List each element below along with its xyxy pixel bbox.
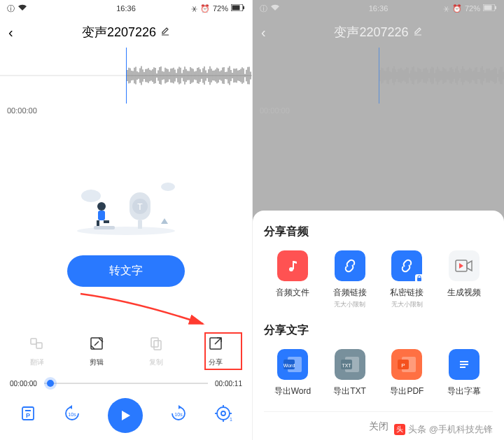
- private-link-icon: [391, 250, 422, 281]
- svg-rect-232: [460, 364, 468, 365]
- title-bar: ‹ 变声2207226: [0, 17, 252, 48]
- waveform[interactable]: [0, 48, 252, 104]
- timestamp: 00:00:00: [0, 104, 252, 118]
- playback-controls: P 10s 10s 1x: [0, 391, 252, 440]
- tool-translate[interactable]: 翻译: [29, 336, 45, 367]
- svg-text:P: P: [402, 362, 405, 369]
- svg-rect-107: [36, 343, 42, 348]
- wifi-icon: [18, 4, 27, 13]
- pdf-icon: P: [391, 349, 422, 380]
- svg-rect-109: [151, 338, 158, 347]
- page-title: 变声2207226: [334, 24, 422, 41]
- phone-screen-left: ⓘ 16:36 ⚹ ⏰ 72% ‹ 变声2207226: [0, 0, 252, 440]
- svg-point-94: [77, 227, 175, 235]
- svg-rect-1: [243, 6, 244, 9]
- svg-text:10s: 10s: [68, 412, 76, 417]
- edit-icon[interactable]: [413, 27, 423, 38]
- sim-icon: ⓘ: [7, 3, 15, 14]
- alarm-icon: ⏰: [200, 4, 210, 13]
- svg-rect-113: [25, 410, 31, 411]
- battery-icon: [483, 4, 497, 13]
- page-title: 变声2207226: [82, 24, 170, 41]
- svg-rect-2: [232, 6, 240, 10]
- svg-rect-125: [495, 6, 496, 9]
- export-word[interactable]: Word 导出Word: [266, 349, 319, 397]
- svg-rect-98: [138, 220, 142, 229]
- clock: 16:36: [116, 4, 136, 13]
- svg-point-117: [217, 407, 230, 420]
- time-total: 00:00:11: [215, 380, 242, 388]
- status-bar: ⓘ 16:36 ⚹ ⏰ 72%: [0, 0, 252, 17]
- play-button[interactable]: [108, 398, 143, 433]
- settings-button[interactable]: 1x: [214, 404, 232, 427]
- bluetooth-icon: ⚹: [443, 4, 449, 13]
- music-file-icon: [277, 250, 308, 281]
- marker-button[interactable]: P: [20, 405, 36, 426]
- phone-screen-right: ⓘ 16:36 ⚹ ⏰ 72% ‹ 变声2207226: [252, 0, 504, 440]
- svg-rect-104: [104, 220, 109, 223]
- subtitle-icon: [449, 349, 479, 380]
- svg-text:TXT: TXT: [342, 363, 351, 368]
- export-subtitle[interactable]: 导出字幕: [438, 349, 491, 397]
- watermark: 头 头条 @手机科技先锋: [394, 423, 493, 436]
- share-text-title: 分享文字: [264, 323, 493, 338]
- sim-icon: ⓘ: [260, 3, 267, 14]
- tool-trim[interactable]: 剪辑: [89, 336, 104, 367]
- title-bar: ‹ 变声2207226: [253, 17, 504, 48]
- tool-copy[interactable]: 复制: [148, 336, 164, 367]
- transcribe-button[interactable]: 转文字: [67, 255, 185, 287]
- battery-text: 72%: [465, 4, 480, 13]
- progress-bar[interactable]: [44, 383, 208, 384]
- share-audio-link[interactable]: 音频链接 无大小限制: [323, 250, 377, 309]
- svg-rect-102: [98, 211, 105, 220]
- forward-10s-button[interactable]: 10s: [168, 405, 189, 426]
- rewind-10s-button[interactable]: 10s: [62, 405, 83, 426]
- svg-rect-217: [293, 261, 294, 269]
- share-audio-file[interactable]: 音频文件: [266, 250, 319, 309]
- toolbar: 翻译 剪辑 复制 分享: [0, 327, 252, 376]
- empty-state: T 转文字: [0, 118, 252, 327]
- txt-icon: TXT: [335, 349, 365, 380]
- svg-point-95: [81, 190, 101, 202]
- share-sheet: 分享音频 音频文件 音频链接 无大小限制: [253, 211, 504, 440]
- bluetooth-icon: ⚹: [191, 4, 197, 13]
- svg-text:T: T: [137, 202, 143, 212]
- export-pdf[interactable]: P 导出PDF: [380, 349, 433, 397]
- svg-rect-219: [417, 278, 421, 281]
- edit-icon[interactable]: [160, 27, 170, 38]
- progress-row: 00:00:00 00:00:11: [0, 376, 252, 391]
- svg-rect-110: [154, 341, 161, 350]
- waveform: [253, 48, 504, 104]
- clock: 16:36: [369, 4, 388, 13]
- svg-point-118: [221, 411, 225, 416]
- svg-text:Word: Word: [284, 363, 295, 368]
- translate-icon: [29, 336, 45, 355]
- share-icon: [208, 336, 223, 355]
- alarm-icon: ⏰: [452, 4, 462, 13]
- back-button[interactable]: ‹: [261, 24, 266, 41]
- battery-icon: [231, 4, 245, 13]
- share-generate-video[interactable]: 生成视频: [438, 250, 491, 309]
- battery-text: 72%: [213, 4, 228, 13]
- watermark-icon: 头: [394, 424, 405, 435]
- wifi-icon: [270, 4, 280, 13]
- link-icon: [335, 250, 365, 281]
- status-bar: ⓘ 16:36 ⚹ ⏰ 72%: [253, 0, 504, 17]
- svg-rect-105: [94, 226, 115, 229]
- copy-icon: [148, 336, 164, 355]
- svg-rect-233: [460, 367, 465, 368]
- timestamp: 00:00:00: [253, 104, 504, 118]
- export-txt[interactable]: TXT 导出TXT: [323, 349, 377, 397]
- back-button[interactable]: ‹: [8, 24, 13, 41]
- share-text-grid: Word 导出Word TXT 导出TXT P 导出PDF: [264, 349, 493, 397]
- svg-text:P: P: [26, 412, 30, 419]
- svg-point-96: [161, 183, 175, 191]
- word-icon: Word: [277, 349, 308, 380]
- share-private-link[interactable]: 私密链接 无大小限制: [380, 250, 433, 309]
- trim-icon: [89, 336, 104, 355]
- tool-share[interactable]: 分享: [208, 336, 223, 367]
- svg-text:1x: 1x: [230, 417, 232, 422]
- svg-text:10s: 10s: [174, 412, 183, 417]
- playhead: [379, 48, 379, 104]
- video-icon: [449, 250, 479, 281]
